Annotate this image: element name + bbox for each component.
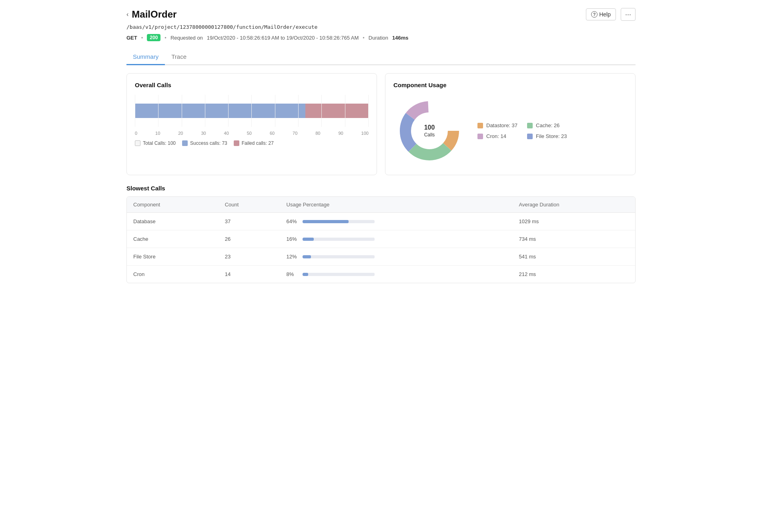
cell-component-3: Cron <box>127 266 219 283</box>
donut-dot-datastore <box>477 123 483 128</box>
cell-count-1: 26 <box>219 230 280 248</box>
donut-legend-cache: Cache: 26 <box>527 122 567 128</box>
legend-failed: Failed calls: 27 <box>234 140 274 146</box>
pct-label-1: 16% <box>287 236 299 242</box>
legend-failed-label: Failed calls: 27 <box>242 140 274 146</box>
legend-success-label: Success calls: 73 <box>190 140 227 146</box>
page-header: ‹ MailOrder ? Help ··· <box>126 8 636 21</box>
back-button[interactable]: ‹ <box>126 11 128 18</box>
url-path: /baas/v1/project/12378000000127800/funct… <box>126 24 636 30</box>
duration-value: 146ms <box>392 35 408 41</box>
request-info-row: GET • 200 • Requested on 19/Oct/2020 - 1… <box>126 34 636 41</box>
duration-label: Duration <box>369 35 388 41</box>
charts-row: Overall Calls <box>126 73 636 175</box>
cell-count-2: 23 <box>219 248 280 266</box>
cell-count-3: 14 <box>219 266 280 283</box>
donut-center-text: 100 Calls <box>424 124 435 138</box>
legend-total: Total Calls: 100 <box>135 140 176 146</box>
legend-box-failed <box>234 140 239 146</box>
cell-usage-pct-1: 16% <box>280 230 513 248</box>
table-header: Component Count Usage Percentage Average… <box>127 197 635 213</box>
col-component: Component <box>127 197 219 213</box>
donut-legend: Datastore: 37 Cache: 26 Cron: 14 File St… <box>477 122 567 139</box>
http-method: GET <box>126 35 137 41</box>
usage-bar-fill-1 <box>303 238 314 241</box>
bar-legend: Total Calls: 100 Success calls: 73 Faile… <box>135 140 369 146</box>
donut-label-filestore: File Store: 23 <box>536 133 567 139</box>
help-label: Help <box>599 11 611 18</box>
col-avg-duration: Average Duration <box>512 197 635 213</box>
usage-bar-fill-0 <box>303 220 349 223</box>
donut-label-datastore: Datastore: 37 <box>486 122 517 128</box>
component-usage-card: Component Usage 100 Cal <box>385 73 636 175</box>
status-badge: 200 <box>147 34 160 41</box>
table-body: Database 37 64% 1029 ms Cache 26 16% <box>127 213 635 283</box>
donut-dot-filestore <box>527 134 533 139</box>
cell-usage-pct-0: 64% <box>280 213 513 230</box>
separator-2: • <box>164 35 166 41</box>
separator-1: • <box>141 35 143 41</box>
slowest-calls-section: Slowest Calls Component Count Usage Perc… <box>126 185 636 283</box>
donut-legend-filestore: File Store: 23 <box>527 133 567 139</box>
legend-box-success <box>182 140 188 146</box>
slowest-calls-table: Component Count Usage Percentage Average… <box>127 197 635 283</box>
tabs-bar: Summary Trace <box>126 49 636 65</box>
cell-avg-duration-0: 1029 ms <box>512 213 635 230</box>
table-row: Cron 14 8% 212 ms <box>127 266 635 283</box>
usage-bar-fill-2 <box>303 255 311 258</box>
component-usage-title: Component Usage <box>393 82 627 88</box>
header-right: ? Help ··· <box>586 8 636 21</box>
donut-legend-datastore: Datastore: 37 <box>477 122 517 128</box>
overall-calls-card: Overall Calls <box>126 73 377 175</box>
table-row: Database 37 64% 1029 ms <box>127 213 635 230</box>
bar-row <box>135 95 369 127</box>
cell-avg-duration-1: 734 ms <box>512 230 635 248</box>
legend-success: Success calls: 73 <box>182 140 227 146</box>
usage-bar-fill-3 <box>303 273 308 276</box>
cell-component-2: File Store <box>127 248 219 266</box>
usage-bar-track-0 <box>303 220 375 223</box>
usage-bar-track-2 <box>303 255 375 258</box>
col-usage-pct: Usage Percentage <box>280 197 513 213</box>
slowest-calls-table-container: Component Count Usage Percentage Average… <box>126 196 636 283</box>
donut-center-number: 100 <box>424 124 435 132</box>
usage-bar-track-3 <box>303 273 375 276</box>
donut-label-cron: Cron: 14 <box>486 133 506 139</box>
help-button[interactable]: ? Help <box>586 8 616 20</box>
table-row: File Store 23 12% 541 ms <box>127 248 635 266</box>
requested-on-label: Requested on <box>170 35 203 41</box>
donut-legend-cron: Cron: 14 <box>477 133 517 139</box>
table-row: Cache 26 16% 734 ms <box>127 230 635 248</box>
table-header-row: Component Count Usage Percentage Average… <box>127 197 635 213</box>
donut-chart: 100 Calls <box>393 95 465 167</box>
cell-avg-duration-3: 212 ms <box>512 266 635 283</box>
time-range: 19/Oct/2020 - 10:58:26:619 AM to 19/Oct/… <box>207 35 359 41</box>
donut-area: 100 Calls Datastore: 37 Cache: 26 <box>393 95 627 167</box>
cell-count-0: 37 <box>219 213 280 230</box>
cell-avg-duration-2: 541 ms <box>512 248 635 266</box>
donut-center-calls: Calls <box>424 132 435 138</box>
donut-label-cache: Cache: 26 <box>536 122 559 128</box>
slowest-calls-title: Slowest Calls <box>126 185 636 192</box>
bar-axis: 0 10 20 30 40 50 60 70 80 90 100 <box>135 131 369 136</box>
pct-label-0: 64% <box>287 218 299 224</box>
bar-chart-area <box>135 95 369 127</box>
cell-usage-pct-2: 12% <box>280 248 513 266</box>
help-icon: ? <box>591 11 598 18</box>
legend-box-total <box>135 140 140 146</box>
success-bar <box>135 104 305 118</box>
more-button[interactable]: ··· <box>621 8 636 21</box>
header-left: ‹ MailOrder <box>126 9 176 20</box>
cell-component-0: Database <box>127 213 219 230</box>
page-title: MailOrder <box>132 9 176 20</box>
donut-dot-cache <box>527 123 533 128</box>
pct-label-2: 12% <box>287 254 299 260</box>
cell-usage-pct-3: 8% <box>280 266 513 283</box>
donut-dot-cron <box>477 134 483 139</box>
tab-trace[interactable]: Trace <box>165 49 193 65</box>
pct-label-3: 8% <box>287 271 299 277</box>
cell-component-1: Cache <box>127 230 219 248</box>
tab-summary[interactable]: Summary <box>126 49 165 65</box>
col-count: Count <box>219 197 280 213</box>
legend-total-label: Total Calls: 100 <box>143 140 176 146</box>
